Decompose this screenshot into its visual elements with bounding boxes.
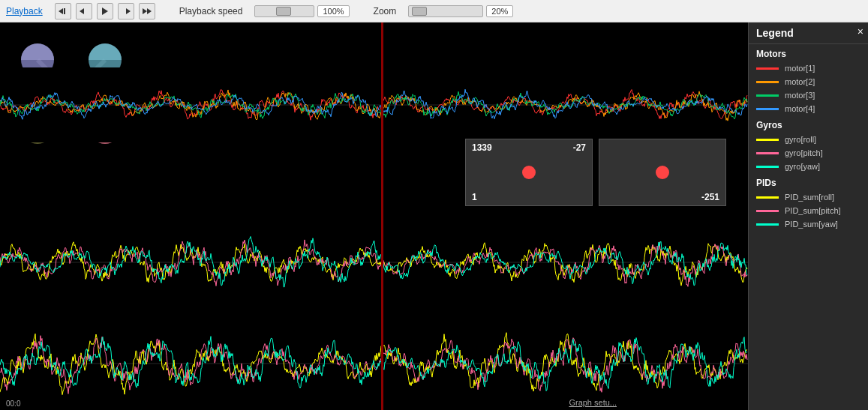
legend-pids-title: PIDs xyxy=(749,173,868,190)
playhead[interactable] xyxy=(381,22,383,410)
main-panel: Motors 1339 -27 1 -251 Gyros PIDs xyxy=(0,22,868,410)
legend-gyro-pitch[interactable]: gyro[pitch] xyxy=(749,146,868,160)
legend-motor1[interactable]: motor[1] xyxy=(749,61,868,75)
legend-motor3[interactable]: motor[3] xyxy=(749,88,868,102)
legend-gyro-yaw[interactable]: gyro[yaw] xyxy=(749,160,868,173)
legend-title: Legend xyxy=(749,22,868,44)
svg-marker-6 xyxy=(147,8,152,14)
bottom-bar: 00:0 xyxy=(0,397,748,410)
svg-marker-0 xyxy=(59,8,63,14)
legend-gyro-roll[interactable]: gyro[roll] xyxy=(749,133,868,146)
motor-box1-value-left: 1339 xyxy=(472,142,492,153)
svg-marker-2 xyxy=(80,8,84,14)
fast-forward-button[interactable] xyxy=(139,3,155,19)
legend-panel: × Legend Motors motor[1] motor[2] motor[… xyxy=(748,22,868,410)
rewind-button[interactable] xyxy=(55,3,71,19)
svg-marker-5 xyxy=(143,8,147,14)
playback-speed-label: Playback speed xyxy=(179,6,243,16)
legend-motor2[interactable]: motor[2] xyxy=(749,75,868,88)
motor-boxes: 1339 -27 1 -251 xyxy=(465,139,726,206)
zoom-slider-container: 20% xyxy=(408,5,513,17)
motor-box1-value-bottom: 1 xyxy=(472,192,477,202)
playback-label[interactable]: Playback xyxy=(6,6,43,16)
legend-pid-pitch[interactable]: PID_sum[pitch] xyxy=(749,204,868,217)
play-button[interactable] xyxy=(97,3,113,19)
speed-slider-container: 100% xyxy=(254,5,349,17)
prev-frame-button[interactable] xyxy=(76,3,92,19)
zoom-value: 20% xyxy=(486,5,513,17)
motor-box-2: -251 xyxy=(599,139,726,206)
zoom-label: Zoom xyxy=(374,6,397,16)
legend-pid-roll[interactable]: PID_sum[roll] xyxy=(749,190,868,204)
speed-slider[interactable] xyxy=(254,5,314,17)
viz-panel: Motors 1339 -27 1 -251 Gyros PIDs xyxy=(0,22,748,410)
motor-box-1: 1339 -27 1 xyxy=(465,139,593,206)
motor-box1-value-right: -27 xyxy=(573,142,586,153)
svg-marker-4 xyxy=(126,8,131,14)
legend-close-button[interactable]: × xyxy=(857,25,863,37)
legend-gyros-title: Gyros xyxy=(749,115,868,133)
legend-pid-yaw[interactable]: PID_sum[yaw] xyxy=(749,217,868,231)
legend-motor4[interactable]: motor[4] xyxy=(749,102,868,115)
playback-controls xyxy=(55,3,155,19)
svg-marker-3 xyxy=(102,7,108,15)
pids-waveform xyxy=(0,326,748,401)
graph-setup-link[interactable]: Graph setu... xyxy=(569,398,617,407)
gyros-waveform xyxy=(0,225,748,300)
next-frame-button[interactable] xyxy=(118,3,134,19)
toolbar: Playback Playback speed 100% Zoom xyxy=(0,0,868,22)
motors-waveform xyxy=(0,67,748,142)
svg-rect-1 xyxy=(64,8,65,14)
legend-motors-title: Motors xyxy=(749,44,868,61)
zoom-slider[interactable] xyxy=(408,5,483,17)
speed-value: 100% xyxy=(317,5,349,17)
timecode: 00:0 xyxy=(6,400,20,408)
motor-box2-value-right: -251 xyxy=(701,192,719,202)
